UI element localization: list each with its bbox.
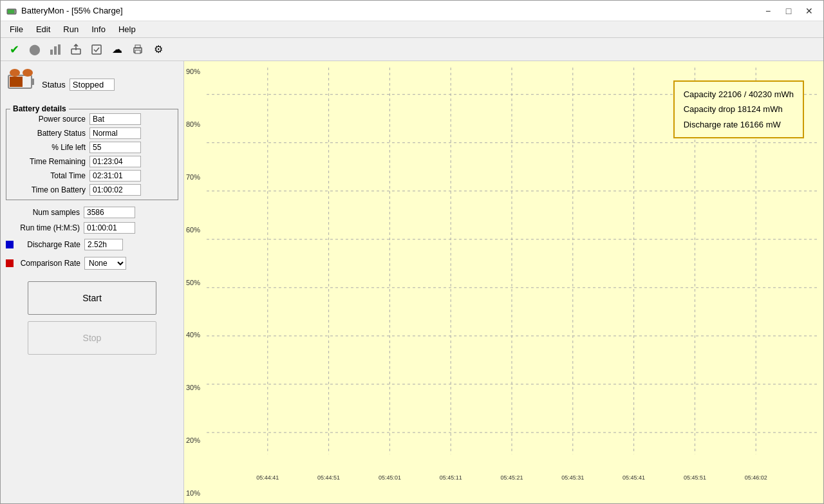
menu-info[interactable]: Info <box>85 23 112 35</box>
title-bar: BatteryMon - [55% Charge] − □ ✕ <box>1 1 823 21</box>
time-remaining-value: 01:23:04 <box>89 156 141 167</box>
toolbar-print[interactable] <box>128 41 147 59</box>
time-on-battery-label: Time on Battery <box>12 185 86 194</box>
toolbar-circle[interactable]: ⬤ <box>25 41 44 59</box>
y-label-90: 90% <box>186 68 200 75</box>
svg-rect-2 <box>8 10 14 14</box>
svg-rect-3 <box>50 50 53 55</box>
toolbar-settings[interactable]: ⚙ <box>149 41 168 59</box>
stop-button[interactable]: Stop <box>28 321 156 355</box>
maximize-button[interactable]: □ <box>780 4 798 18</box>
checklist-icon <box>91 44 102 55</box>
svg-rect-13 <box>10 77 23 87</box>
y-label-10: 10% <box>186 489 200 497</box>
y-label-50: 50% <box>186 279 200 286</box>
comparison-rate-select[interactable]: None 2.0h 3.0h 4.0h 5.0h <box>84 257 126 270</box>
svg-text:05:45:51: 05:45:51 <box>684 474 706 481</box>
y-label-60: 60% <box>186 226 200 234</box>
chart-inner: 90% 80% 70% 60% 50% 40% 30% 20% 10% <box>207 68 817 497</box>
svg-rect-5 <box>58 44 61 55</box>
toolbar-chart[interactable] <box>46 41 65 59</box>
svg-point-14 <box>10 69 20 77</box>
content-area: Status Stopped Battery details Power sou… <box>1 61 823 503</box>
svg-rect-9 <box>135 50 140 53</box>
title-bar-left: BatteryMon - [55% Charge] <box>6 5 123 17</box>
start-button[interactable]: Start <box>28 281 156 315</box>
tooltip-capacity-drop: Capacity drop 18124 mWh <box>684 102 794 117</box>
y-label-30: 30% <box>186 384 200 391</box>
status-value-text: Stopped <box>70 79 115 91</box>
y-label-40: 40% <box>186 331 200 339</box>
status-label-text: Status <box>42 80 66 89</box>
time-on-battery-row: Time on Battery 01:00:02 <box>12 184 173 196</box>
time-remaining-row: Time Remaining 01:23:04 <box>12 156 173 167</box>
stats-section: Num samples 3586 Run time (H:M:S) 01:00:… <box>6 207 178 235</box>
status-row: Status Stopped <box>6 66 178 102</box>
toolbar: ✔ ⬤ ☁ <box>1 38 823 61</box>
print-icon <box>132 44 144 55</box>
toolbar-checklist[interactable] <box>87 41 106 59</box>
life-left-row: % Life left 55 <box>12 142 173 153</box>
menu-edit[interactable]: Edit <box>30 23 57 35</box>
discharge-rate-value: 2.52h <box>84 239 123 250</box>
run-time-label: Run time (H:M:S) <box>6 223 80 232</box>
svg-text:05:44:51: 05:44:51 <box>317 474 340 481</box>
battery-status-value: Normal <box>89 127 141 139</box>
menu-run[interactable]: Run <box>57 23 85 35</box>
tooltip-discharge-rate: Discharge rate 16166 mW <box>684 117 794 132</box>
svg-text:05:45:21: 05:45:21 <box>500 474 523 481</box>
window-title: BatteryMon - [55% Charge] <box>21 6 123 15</box>
svg-text:05:45:31: 05:45:31 <box>561 474 584 481</box>
num-samples-label: Num samples <box>6 208 80 217</box>
y-label-80: 80% <box>186 120 200 128</box>
svg-text:05:45:11: 05:45:11 <box>440 474 462 481</box>
power-source-value: Bat <box>89 113 141 125</box>
svg-text:05:44:31: 05:44:31 <box>207 476 207 497</box>
total-time-row: Total Time 02:31:01 <box>12 170 173 182</box>
discharge-rate-row: Discharge Rate 2.52h <box>6 239 178 250</box>
toolbar-cloud[interactable]: ☁ <box>108 41 127 59</box>
svg-text:05:46:02: 05:46:02 <box>745 474 767 481</box>
battery-details-legend: Battery details <box>10 104 69 113</box>
battery-status-label: Battery Status <box>12 129 86 138</box>
svg-rect-12 <box>32 79 34 85</box>
app-icon <box>6 5 17 17</box>
power-source-label: Power source <box>12 115 86 124</box>
tooltip-capacity: Capacity 22106 / 40230 mWh <box>684 87 794 102</box>
comparison-rate-indicator <box>6 259 14 267</box>
y-label-70: 70% <box>186 173 200 181</box>
svg-text:05:45:01: 05:45:01 <box>379 474 401 481</box>
menu-bar: File Edit Run Info Help <box>1 21 823 38</box>
y-axis-labels: 90% 80% 70% 60% 50% 40% 30% 20% 10% <box>186 68 200 497</box>
close-button[interactable]: ✕ <box>800 4 818 18</box>
discharge-rate-indicator <box>6 241 14 248</box>
toolbar-export[interactable] <box>66 41 86 59</box>
svg-rect-7 <box>92 45 101 54</box>
menu-help[interactable]: Help <box>112 23 142 35</box>
total-time-label: Total Time <box>12 171 86 180</box>
power-source-row: Power source Bat <box>12 113 173 125</box>
status-label-group: Status Stopped <box>42 79 115 91</box>
life-left-label: % Life left <box>12 143 86 152</box>
battery-details-group: Battery details Power source Bat Battery… <box>6 109 178 200</box>
time-on-battery-value: 01:00:02 <box>89 184 141 196</box>
svg-rect-1 <box>15 11 17 13</box>
svg-text:05:45:41: 05:45:41 <box>623 474 645 481</box>
num-samples-row: Num samples 3586 <box>6 207 178 218</box>
title-controls: − □ ✕ <box>759 4 818 18</box>
battery-icon <box>6 66 37 102</box>
comparison-rate-label: Comparison Rate <box>16 259 80 268</box>
svg-rect-4 <box>54 46 57 55</box>
export-icon <box>70 44 82 55</box>
svg-text:05:44:41: 05:44:41 <box>256 474 279 481</box>
menu-file[interactable]: File <box>3 23 30 35</box>
battery-status-row: Battery Status Normal <box>12 127 173 139</box>
chart-tooltip: Capacity 22106 / 40230 mWh Capacity drop… <box>673 80 804 138</box>
run-time-row: Run time (H:M:S) 01:00:01 <box>6 222 178 234</box>
y-label-20: 20% <box>186 436 200 444</box>
chart-icon <box>49 43 62 56</box>
status-line: Status Stopped <box>42 79 115 91</box>
minimize-button[interactable]: − <box>759 4 777 18</box>
comparison-rate-row: Comparison Rate None 2.0h 3.0h 4.0h 5.0h <box>6 257 178 270</box>
toolbar-green-check[interactable]: ✔ <box>5 41 24 59</box>
